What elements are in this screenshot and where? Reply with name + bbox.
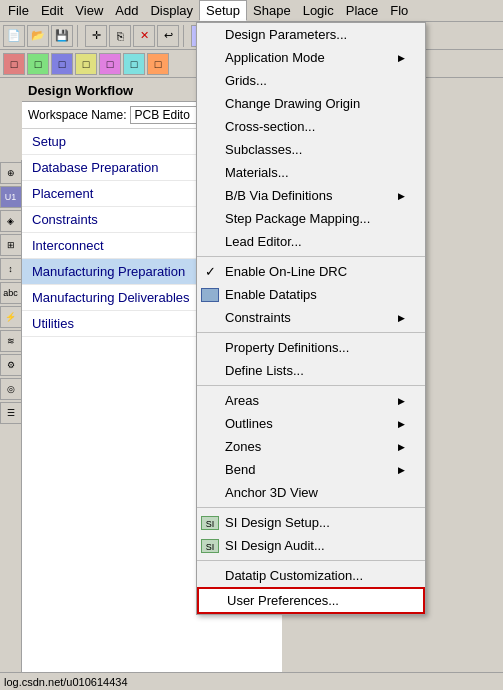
lt-t10[interactable]: ☰ [0,402,22,424]
menu-bb-via[interactable]: B/B Via Definitions [197,184,425,207]
tb-delete[interactable]: ✕ [133,25,155,47]
menu-grids[interactable]: Grids... [197,69,425,92]
tb-r3[interactable]: □ [51,53,73,75]
menu-logic[interactable]: Logic [297,1,340,20]
tb-save[interactable]: 💾 [51,25,73,47]
tb-open[interactable]: 📂 [27,25,49,47]
menu-si-audit[interactable]: SI SI Design Audit... [197,534,425,557]
sep-2 [197,332,425,333]
left-toolbar: ⊕ U1 ◈ ⊞ ↕ abc ⚡ ≋ ⚙ ◎ ☰ [0,160,22,672]
sep-3 [197,385,425,386]
menu-place[interactable]: Place [340,1,385,20]
menu-file[interactable]: File [2,1,35,20]
menu-prop-defs[interactable]: Property Definitions... [197,336,425,359]
menu-outlines[interactable]: Outlines [197,412,425,435]
menu-define-lists[interactable]: Define Lists... [197,359,425,382]
menu-view[interactable]: View [69,1,109,20]
menu-change-origin[interactable]: Change Drawing Origin [197,92,425,115]
lt-t5[interactable]: abc [0,282,22,304]
menu-anchor-3d[interactable]: Anchor 3D View [197,481,425,504]
tb-r6[interactable]: □ [123,53,145,75]
tb-undo[interactable]: ↩ [157,25,179,47]
statusbar-text: log.csdn.net/u010614434 [4,676,128,688]
tb-copy[interactable]: ⎘ [109,25,131,47]
tb-sep-1 [77,25,81,47]
tb-r1[interactable]: □ [3,53,25,75]
menu-lead-editor[interactable]: Lead Editor... [197,230,425,253]
lt-t9[interactable]: ◎ [0,378,22,400]
menu-si-setup[interactable]: SI SI Design Setup... [197,511,425,534]
menu-user-prefs[interactable]: User Preferences... [197,587,425,614]
tb-move[interactable]: ✛ [85,25,107,47]
menu-materials[interactable]: Materials... [197,161,425,184]
menu-design-params[interactable]: Design Parameters... [197,23,425,46]
lt-t2[interactable]: ◈ [0,210,22,232]
menu-setup[interactable]: Setup [199,0,247,21]
lt-select[interactable]: ⊕ [0,162,22,184]
lt-t6[interactable]: ⚡ [0,306,22,328]
menu-datatip[interactable]: Datatip Customization... [197,564,425,587]
tb-r7[interactable]: □ [147,53,169,75]
sep-5 [197,560,425,561]
menu-shape[interactable]: Shape [247,1,297,20]
sep-4 [197,507,425,508]
lt-t3[interactable]: ⊞ [0,234,22,256]
menu-constraints-sub[interactable]: Constraints [197,306,425,329]
lt-t1[interactable]: U1 [0,186,22,208]
tb-new[interactable]: 📄 [3,25,25,47]
sep-1 [197,256,425,257]
menu-app-mode[interactable]: Application Mode [197,46,425,69]
menu-enable-datatips[interactable]: Enable Datatips [197,283,425,306]
menu-enable-drc[interactable]: Enable On-Line DRC [197,260,425,283]
tb-sep-2 [183,25,187,47]
menu-step-pkg[interactable]: Step Package Mapping... [197,207,425,230]
lt-t4[interactable]: ↕ [0,258,22,280]
tb-r2[interactable]: □ [27,53,49,75]
tb-r4[interactable]: □ [75,53,97,75]
workspace-label: Workspace Name: [28,108,126,122]
menu-zones[interactable]: Zones [197,435,425,458]
menu-add[interactable]: Add [109,1,144,20]
menu-subclasses[interactable]: Subclasses... [197,138,425,161]
tb-r5[interactable]: □ [99,53,121,75]
lt-t8[interactable]: ⚙ [0,354,22,376]
statusbar: log.csdn.net/u010614434 [0,672,503,690]
menu-cross-section[interactable]: Cross-section... [197,115,425,138]
setup-dropdown: Design Parameters... Application Mode Gr… [196,22,426,615]
menu-display[interactable]: Display [144,1,199,20]
menu-bend[interactable]: Bend [197,458,425,481]
lt-t7[interactable]: ≋ [0,330,22,352]
menubar: File Edit View Add Display Setup Shape L… [0,0,503,22]
menu-areas[interactable]: Areas [197,389,425,412]
menu-flo[interactable]: Flo [384,1,414,20]
menu-edit[interactable]: Edit [35,1,69,20]
